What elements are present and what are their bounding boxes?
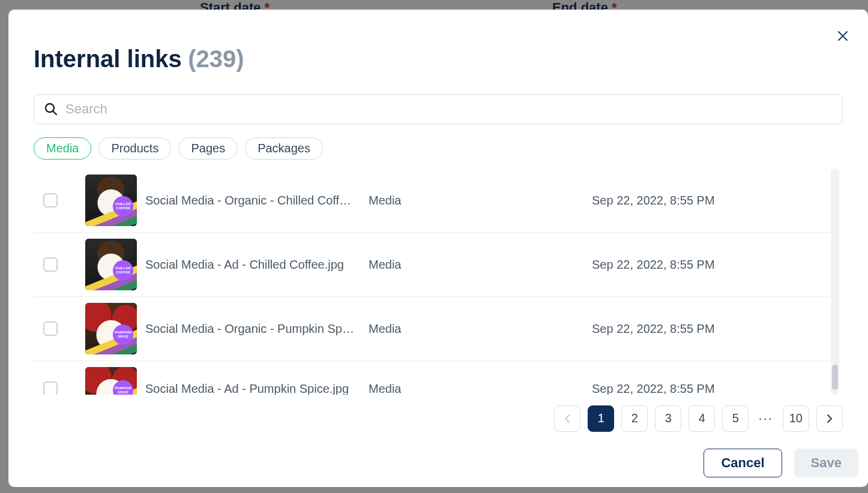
modal-title-row: Internal links (239): [34, 46, 843, 73]
internal-links-modal: Internal links (239) Media Products Page…: [8, 10, 868, 487]
chip-packages[interactable]: Packages: [245, 137, 323, 160]
page-3[interactable]: 3: [655, 405, 681, 432]
thumbnail: CHILLED COFFEE: [85, 239, 137, 290]
row-name: Social Media - Ad - Pumpkin Spice.jpg: [145, 382, 369, 395]
row-name: Social Media - Organic - Pumpkin Spice.j…: [145, 322, 369, 336]
row-date: Sep 22, 2022, 8:55 PM: [592, 382, 843, 395]
row-date: Sep 22, 2022, 8:55 PM: [592, 322, 843, 336]
chip-media[interactable]: Media: [34, 137, 91, 160]
row-name: Social Media - Organic - Chilled Coffee.…: [145, 194, 369, 208]
chip-label: Products: [111, 142, 158, 155]
page-1[interactable]: 1: [588, 405, 614, 432]
row-checkbox[interactable]: [43, 193, 58, 208]
chip-label: Media: [46, 142, 79, 155]
search-icon: [44, 102, 58, 116]
table-row: CHILLED COFFEE Social Media - Ad - Chill…: [34, 233, 843, 297]
chevron-right-icon: [826, 414, 833, 423]
row-type: Media: [369, 258, 592, 272]
table-row: PUMPKIN SPICE Social Media - Organic - P…: [34, 297, 843, 361]
page-next[interactable]: [816, 405, 843, 432]
close-button[interactable]: [834, 28, 851, 44]
chevron-left-icon: [564, 414, 571, 423]
page-number: 1: [598, 411, 604, 425]
table-row: CHILLED COFFEE Social Media - Organic - …: [34, 169, 843, 233]
row-type: Media: [369, 382, 592, 395]
pagination: 1 2 3 4 5 ··· 10: [8, 397, 868, 439]
thumbnail: PUMPKIN SPICE: [85, 367, 137, 395]
chip-products[interactable]: Products: [98, 137, 171, 160]
modal-title: Internal links: [34, 46, 182, 72]
table-row: PUMPKIN SPICE Social Media - Ad - Pumpki…: [34, 361, 843, 395]
button-label: Save: [811, 455, 842, 471]
page-4[interactable]: 4: [689, 405, 715, 432]
row-date: Sep 22, 2022, 8:55 PM: [592, 258, 843, 272]
page-ellipsis: ···: [756, 411, 775, 426]
page-10[interactable]: 10: [783, 405, 809, 432]
row-checkbox[interactable]: [43, 257, 58, 272]
page-number: 10: [789, 411, 803, 425]
page-2[interactable]: 2: [621, 405, 648, 432]
row-type: Media: [369, 194, 592, 208]
scrollbar-thumb[interactable]: [832, 365, 838, 390]
modal-footer: Cancel Save: [8, 439, 868, 487]
thumbnail-badge: CHILLED COFFEE: [113, 260, 133, 281]
svg-line-1: [53, 112, 57, 115]
scrollbar[interactable]: [831, 169, 839, 395]
row-name: Social Media - Ad - Chilled Coffee.jpg: [145, 258, 369, 272]
button-label: Cancel: [721, 455, 764, 471]
save-button: Save: [794, 449, 858, 477]
thumbnail: CHILLED COFFEE: [85, 175, 137, 226]
row-date: Sep 22, 2022, 8:55 PM: [592, 194, 843, 208]
modal-title-count: (239): [188, 46, 244, 72]
page-prev[interactable]: [554, 405, 580, 432]
results-list: CHILLED COFFEE Social Media - Organic - …: [34, 168, 843, 395]
page-5[interactable]: 5: [722, 405, 749, 432]
thumbnail-badge: PUMPKIN SPICE: [113, 324, 133, 345]
cancel-button[interactable]: Cancel: [704, 449, 782, 477]
thumbnail-badge: CHILLED COFFEE: [113, 196, 133, 217]
search-input[interactable]: [65, 101, 833, 117]
chip-pages[interactable]: Pages: [178, 137, 238, 160]
row-type: Media: [369, 322, 592, 336]
search-field[interactable]: [34, 94, 843, 124]
row-checkbox[interactable]: [43, 381, 58, 395]
page-number: 4: [699, 411, 705, 425]
page-number: 2: [631, 411, 638, 425]
thumbnail: PUMPKIN SPICE: [85, 303, 137, 354]
chip-label: Pages: [191, 142, 225, 155]
row-checkbox[interactable]: [43, 321, 58, 336]
page-number: 5: [732, 411, 739, 425]
chip-label: Packages: [258, 142, 310, 155]
filter-chips: Media Products Pages Packages: [34, 137, 843, 160]
page-number: 3: [665, 411, 672, 425]
close-icon: [837, 31, 848, 41]
